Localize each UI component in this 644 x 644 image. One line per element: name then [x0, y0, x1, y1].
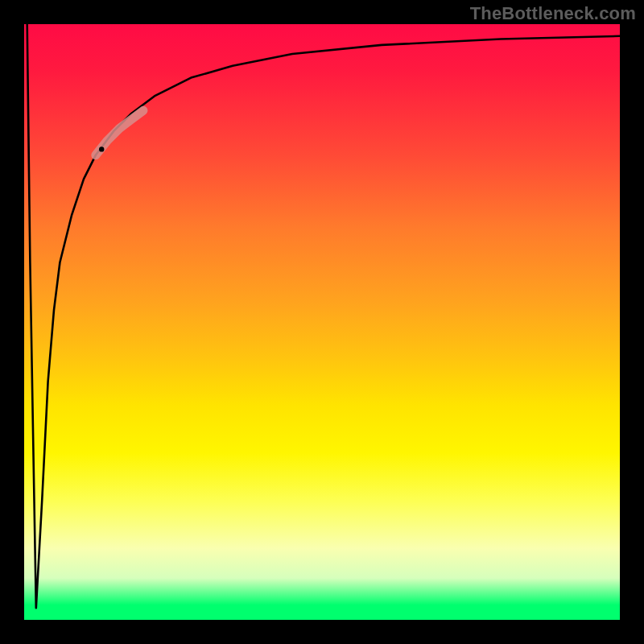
plot-area: [24, 24, 620, 620]
bottleneck-curve: [27, 24, 620, 608]
chart-frame: TheBottleneck.com: [0, 0, 644, 644]
chart-svg: [24, 24, 620, 620]
watermark-label: TheBottleneck.com: [470, 3, 636, 24]
point-marker: [99, 147, 104, 151]
